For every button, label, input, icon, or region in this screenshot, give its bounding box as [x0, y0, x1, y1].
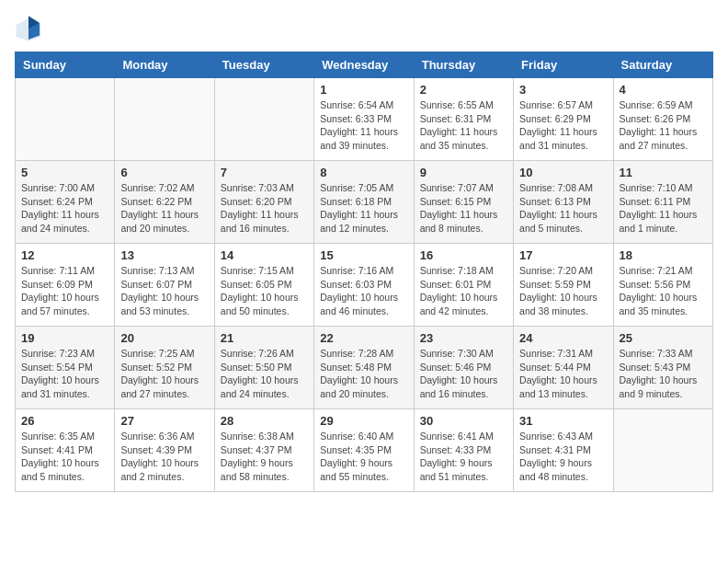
day-cell: 28Sunrise: 6:38 AM Sunset: 4:37 PM Dayli…: [214, 409, 313, 492]
day-number: 29: [320, 414, 407, 428]
day-number: 23: [420, 331, 507, 345]
day-number: 7: [221, 166, 308, 179]
col-header-sunday: Sunday: [16, 52, 115, 78]
day-number: 27: [120, 414, 208, 428]
week-row-5: 26Sunrise: 6:35 AM Sunset: 4:41 PM Dayli…: [16, 409, 713, 492]
col-header-wednesday: Wednesday: [314, 52, 414, 78]
day-info: Sunrise: 7:03 AM Sunset: 6:20 PM Dayligh…: [221, 181, 308, 236]
day-number: 1: [320, 83, 407, 97]
day-info: Sunrise: 6:36 AM Sunset: 4:39 PM Dayligh…: [120, 430, 208, 484]
day-cell: 24Sunrise: 7:31 AM Sunset: 5:44 PM Dayli…: [514, 327, 613, 409]
day-cell: 30Sunrise: 6:41 AM Sunset: 4:33 PM Dayli…: [414, 409, 513, 492]
day-info: Sunrise: 7:07 AM Sunset: 6:15 PM Dayligh…: [420, 181, 507, 236]
day-number: 13: [120, 248, 208, 262]
day-number: 30: [420, 414, 507, 428]
day-cell: 11Sunrise: 7:10 AM Sunset: 6:11 PM Dayli…: [613, 161, 712, 244]
day-info: Sunrise: 6:59 AM Sunset: 6:26 PM Dayligh…: [620, 98, 707, 153]
day-info: Sunrise: 6:43 AM Sunset: 4:31 PM Dayligh…: [519, 430, 607, 484]
day-info: Sunrise: 6:40 AM Sunset: 4:35 PM Dayligh…: [320, 430, 407, 484]
day-number: 24: [519, 331, 607, 345]
day-number: 14: [221, 248, 308, 262]
day-cell: 4Sunrise: 6:59 AM Sunset: 6:26 PM Daylig…: [613, 78, 712, 161]
day-number: 5: [21, 166, 108, 179]
day-number: 11: [620, 166, 707, 179]
day-info: Sunrise: 7:23 AM Sunset: 5:54 PM Dayligh…: [21, 347, 108, 401]
day-number: 19: [21, 331, 108, 345]
day-number: 2: [420, 83, 507, 97]
day-number: 21: [221, 331, 308, 345]
day-number: 15: [320, 248, 407, 262]
day-cell: 10Sunrise: 7:08 AM Sunset: 6:13 PM Dayli…: [514, 161, 613, 244]
day-cell: 31Sunrise: 6:43 AM Sunset: 4:31 PM Dayli…: [514, 409, 613, 492]
day-number: 28: [221, 414, 308, 428]
day-info: Sunrise: 7:02 AM Sunset: 6:22 PM Dayligh…: [120, 181, 208, 236]
day-info: Sunrise: 6:41 AM Sunset: 4:33 PM Dayligh…: [420, 430, 507, 484]
day-info: Sunrise: 7:28 AM Sunset: 5:48 PM Dayligh…: [320, 347, 407, 401]
day-cell: [214, 78, 313, 161]
day-info: Sunrise: 6:55 AM Sunset: 6:31 PM Dayligh…: [420, 98, 507, 153]
day-cell: 5Sunrise: 7:00 AM Sunset: 6:24 PM Daylig…: [16, 161, 115, 244]
day-number: 18: [620, 248, 707, 262]
day-number: 16: [420, 248, 507, 262]
day-cell: [16, 78, 115, 161]
day-info: Sunrise: 7:13 AM Sunset: 6:07 PM Dayligh…: [120, 264, 208, 318]
day-info: Sunrise: 6:57 AM Sunset: 6:29 PM Dayligh…: [519, 98, 607, 153]
day-number: 22: [320, 331, 407, 345]
day-cell: 18Sunrise: 7:21 AM Sunset: 5:56 PM Dayli…: [613, 244, 712, 327]
day-number: 6: [120, 166, 208, 179]
header-row: SundayMondayTuesdayWednesdayThursdayFrid…: [16, 52, 713, 78]
col-header-friday: Friday: [514, 52, 613, 78]
week-row-3: 12Sunrise: 7:11 AM Sunset: 6:09 PM Dayli…: [16, 244, 713, 327]
day-info: Sunrise: 7:20 AM Sunset: 5:59 PM Dayligh…: [519, 264, 607, 318]
day-info: Sunrise: 7:11 AM Sunset: 6:09 PM Dayligh…: [21, 264, 108, 318]
day-number: 20: [120, 331, 208, 345]
day-info: Sunrise: 6:54 AM Sunset: 6:33 PM Dayligh…: [320, 98, 407, 153]
day-number: 25: [620, 331, 707, 345]
day-cell: 19Sunrise: 7:23 AM Sunset: 5:54 PM Dayli…: [16, 327, 115, 409]
day-info: Sunrise: 7:25 AM Sunset: 5:52 PM Dayligh…: [120, 347, 208, 401]
day-cell: 1Sunrise: 6:54 AM Sunset: 6:33 PM Daylig…: [314, 78, 414, 161]
day-cell: 15Sunrise: 7:16 AM Sunset: 6:03 PM Dayli…: [314, 244, 414, 327]
day-cell: 6Sunrise: 7:02 AM Sunset: 6:22 PM Daylig…: [115, 161, 214, 244]
day-cell: [613, 409, 712, 492]
day-number: 9: [420, 166, 507, 179]
day-cell: 8Sunrise: 7:05 AM Sunset: 6:18 PM Daylig…: [314, 161, 414, 244]
week-row-2: 5Sunrise: 7:00 AM Sunset: 6:24 PM Daylig…: [16, 161, 713, 244]
calendar-table: SundayMondayTuesdayWednesdayThursdayFrid…: [15, 52, 713, 492]
day-cell: 25Sunrise: 7:33 AM Sunset: 5:43 PM Dayli…: [613, 327, 712, 409]
day-cell: 22Sunrise: 7:28 AM Sunset: 5:48 PM Dayli…: [314, 327, 414, 409]
day-number: 31: [519, 414, 607, 428]
day-cell: 16Sunrise: 7:18 AM Sunset: 6:01 PM Dayli…: [414, 244, 513, 327]
week-row-4: 19Sunrise: 7:23 AM Sunset: 5:54 PM Dayli…: [16, 327, 713, 409]
day-number: 26: [21, 414, 108, 428]
day-cell: 14Sunrise: 7:15 AM Sunset: 6:05 PM Dayli…: [214, 244, 313, 327]
day-info: Sunrise: 7:05 AM Sunset: 6:18 PM Dayligh…: [320, 181, 407, 236]
day-info: Sunrise: 7:21 AM Sunset: 5:56 PM Dayligh…: [620, 264, 707, 318]
col-header-tuesday: Tuesday: [214, 52, 313, 78]
day-info: Sunrise: 7:08 AM Sunset: 6:13 PM Dayligh…: [519, 181, 607, 236]
day-cell: 29Sunrise: 6:40 AM Sunset: 4:35 PM Dayli…: [314, 409, 414, 492]
day-number: 10: [519, 166, 607, 179]
day-cell: 20Sunrise: 7:25 AM Sunset: 5:52 PM Dayli…: [115, 327, 214, 409]
day-cell: 12Sunrise: 7:11 AM Sunset: 6:09 PM Dayli…: [16, 244, 115, 327]
logo-icon: [15, 15, 42, 42]
day-info: Sunrise: 7:30 AM Sunset: 5:46 PM Dayligh…: [420, 347, 507, 401]
day-number: 8: [320, 166, 407, 179]
day-info: Sunrise: 7:15 AM Sunset: 6:05 PM Dayligh…: [221, 264, 308, 318]
day-cell: 21Sunrise: 7:26 AM Sunset: 5:50 PM Dayli…: [214, 327, 313, 409]
day-cell: 23Sunrise: 7:30 AM Sunset: 5:46 PM Dayli…: [414, 327, 513, 409]
day-info: Sunrise: 7:00 AM Sunset: 6:24 PM Dayligh…: [21, 181, 108, 236]
day-cell: 7Sunrise: 7:03 AM Sunset: 6:20 PM Daylig…: [214, 161, 313, 244]
day-cell: 9Sunrise: 7:07 AM Sunset: 6:15 PM Daylig…: [414, 161, 513, 244]
logo: [15, 15, 46, 42]
day-number: 17: [519, 248, 607, 262]
col-header-monday: Monday: [115, 52, 214, 78]
day-cell: 17Sunrise: 7:20 AM Sunset: 5:59 PM Dayli…: [514, 244, 613, 327]
day-cell: 26Sunrise: 6:35 AM Sunset: 4:41 PM Dayli…: [16, 409, 115, 492]
page-header: [15, 15, 713, 42]
day-info: Sunrise: 7:18 AM Sunset: 6:01 PM Dayligh…: [420, 264, 507, 318]
day-info: Sunrise: 6:35 AM Sunset: 4:41 PM Dayligh…: [21, 430, 108, 484]
col-header-saturday: Saturday: [613, 52, 712, 78]
day-cell: 27Sunrise: 6:36 AM Sunset: 4:39 PM Dayli…: [115, 409, 214, 492]
day-info: Sunrise: 7:26 AM Sunset: 5:50 PM Dayligh…: [221, 347, 308, 401]
